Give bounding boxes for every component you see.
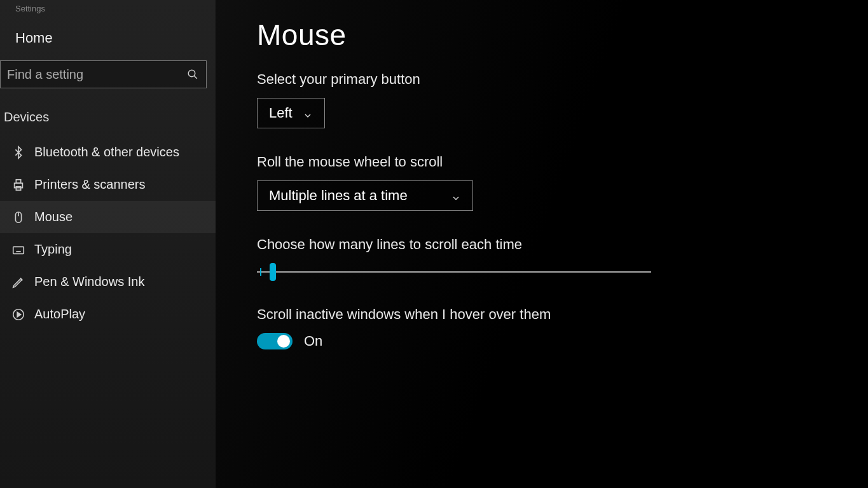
sidebar-item-label: Typing xyxy=(34,242,72,257)
setting-label: Choose how many lines to scroll each tim… xyxy=(257,236,868,253)
setting-wheel-scroll: Roll the mouse wheel to scroll Multiple … xyxy=(257,154,868,211)
mouse-icon xyxy=(11,210,25,224)
slider-tick xyxy=(260,268,261,276)
sidebar-item-pen[interactable]: Pen & Windows Ink xyxy=(0,266,216,298)
setting-label: Roll the mouse wheel to scroll xyxy=(257,154,868,170)
search-input[interactable] xyxy=(7,67,187,82)
chevron-down-icon xyxy=(303,108,313,118)
svg-line-1 xyxy=(194,76,197,79)
app-title: Settings xyxy=(0,4,216,20)
sidebar-item-label: Mouse xyxy=(34,210,72,224)
keyboard-icon xyxy=(11,243,25,257)
search-icon xyxy=(187,69,198,80)
sidebar-item-label: Printers & scanners xyxy=(34,177,146,192)
slider-thumb[interactable] xyxy=(270,263,276,281)
chevron-down-icon xyxy=(451,191,461,201)
page-title: Mouse xyxy=(257,18,868,52)
settings-window: Settings Home Devices Bluetooth & other … xyxy=(0,0,868,488)
toggle-state-label: On xyxy=(304,333,322,349)
svg-rect-7 xyxy=(13,247,24,254)
sidebar-item-mouse[interactable]: Mouse xyxy=(0,201,216,233)
search-box[interactable] xyxy=(0,60,207,88)
bluetooth-icon xyxy=(11,146,25,159)
sidebar-item-label: Bluetooth & other devices xyxy=(34,145,179,159)
dropdown-value: Left xyxy=(269,105,293,121)
home-link[interactable]: Home xyxy=(0,20,216,58)
pen-icon xyxy=(11,275,25,289)
sidebar-nav: Bluetooth & other devices Printers & sca… xyxy=(0,136,216,330)
sidebar-item-typing[interactable]: Typing xyxy=(0,233,216,266)
main-content: Mouse Select your primary button Left Ro… xyxy=(216,0,868,488)
sidebar-item-autoplay[interactable]: AutoPlay xyxy=(0,298,216,330)
setting-inactive-scroll: Scroll inactive windows when I hover ove… xyxy=(257,306,868,349)
sidebar-category-header: Devices xyxy=(0,104,216,136)
svg-rect-3 xyxy=(16,179,20,183)
printer-icon xyxy=(11,178,25,192)
setting-primary-button: Select your primary button Left xyxy=(257,71,868,128)
sidebar-item-label: Pen & Windows Ink xyxy=(34,274,144,289)
primary-button-dropdown[interactable]: Left xyxy=(257,98,325,128)
slider-track xyxy=(257,271,651,273)
sidebar: Settings Home Devices Bluetooth & other … xyxy=(0,0,216,488)
sidebar-item-label: AutoPlay xyxy=(34,307,85,322)
setting-lines-slider: Choose how many lines to scroll each tim… xyxy=(257,236,868,281)
sidebar-item-printers[interactable]: Printers & scanners xyxy=(0,168,216,201)
svg-point-0 xyxy=(188,70,195,77)
home-label: Home xyxy=(15,30,53,46)
inactive-scroll-toggle[interactable] xyxy=(257,333,293,349)
toggle-row: On xyxy=(257,333,868,349)
toggle-knob xyxy=(277,335,290,348)
sidebar-item-bluetooth[interactable]: Bluetooth & other devices xyxy=(0,136,216,168)
svg-rect-4 xyxy=(16,186,20,190)
wheel-scroll-dropdown[interactable]: Multiple lines at a time xyxy=(257,180,473,211)
setting-label: Select your primary button xyxy=(257,71,868,88)
dropdown-value: Multiple lines at a time xyxy=(269,187,408,204)
lines-slider[interactable] xyxy=(257,263,651,281)
setting-label: Scroll inactive windows when I hover ove… xyxy=(257,306,868,323)
autoplay-icon xyxy=(11,308,25,322)
svg-marker-13 xyxy=(17,312,21,316)
